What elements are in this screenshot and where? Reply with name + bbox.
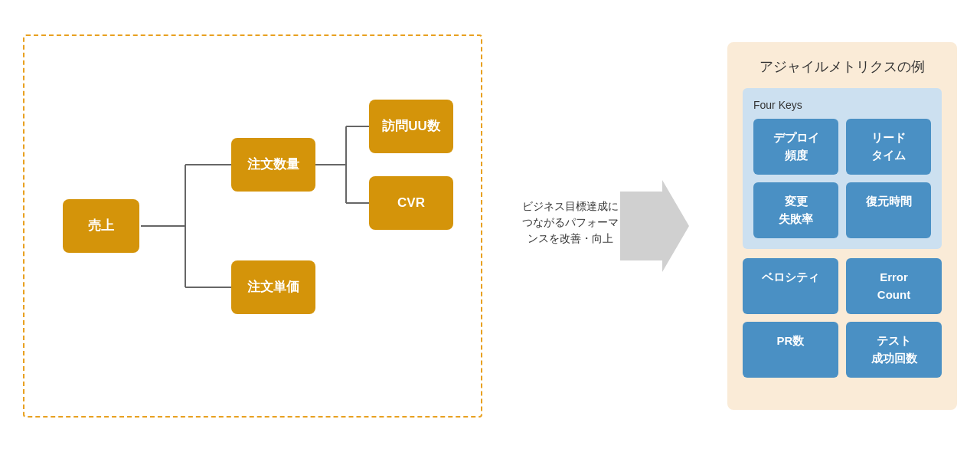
metric-error-count: ErrorCount bbox=[846, 258, 942, 314]
arrow-container: ビジネス目標達成につながるパフォーマンスを改善・向上 bbox=[521, 180, 689, 272]
metric-deploy: デプロイ頻度 bbox=[753, 119, 838, 175]
metric-velocity: ベロシティ bbox=[743, 258, 838, 314]
metric-test-success: テスト成功回数 bbox=[846, 322, 942, 378]
four-keys-section: Four Keys デプロイ頻度 リードタイム 変更失敗率 復元時間 bbox=[743, 88, 942, 249]
metric-change-fail: 変更失敗率 bbox=[753, 182, 838, 238]
node-homonuu: 訪問UU数 bbox=[369, 100, 453, 153]
main-container: 売上 注文数量 注文単価 訪問UU数 CVR ビジネス目標達成につながるパフォー… bbox=[8, 19, 972, 433]
arrow-text: ビジネス目標達成につながるパフォーマンスを改善・向上 bbox=[521, 198, 620, 247]
metric-pr: PR数 bbox=[743, 322, 838, 378]
node-uriage: 売上 bbox=[63, 199, 139, 253]
right-panel-title: アジャイルメトリクスの例 bbox=[743, 57, 942, 76]
tree-diagram: 売上 注文数量 注文単価 訪問UU数 CVR bbox=[55, 80, 450, 372]
extra-metrics-grid: ベロシティ ErrorCount PR数 テスト成功回数 bbox=[743, 258, 942, 378]
metric-lead: リードタイム bbox=[846, 119, 931, 175]
four-keys-grid: デプロイ頻度 リードタイム 変更失敗率 復元時間 bbox=[753, 119, 931, 238]
node-chubun-tanka: 注文単価 bbox=[231, 260, 315, 314]
left-box: 売上 注文数量 注文単価 訪問UU数 CVR bbox=[23, 34, 482, 418]
metric-restore: 復元時間 bbox=[846, 182, 931, 238]
four-keys-label: Four Keys bbox=[753, 99, 931, 111]
svg-marker-8 bbox=[620, 180, 689, 272]
right-panel: アジャイルメトリクスの例 Four Keys デプロイ頻度 リードタイム 変更失… bbox=[727, 42, 957, 410]
node-chubun-suryo: 注文数量 bbox=[231, 138, 315, 192]
node-cvr: CVR bbox=[369, 176, 453, 230]
arrow-icon bbox=[620, 180, 689, 272]
